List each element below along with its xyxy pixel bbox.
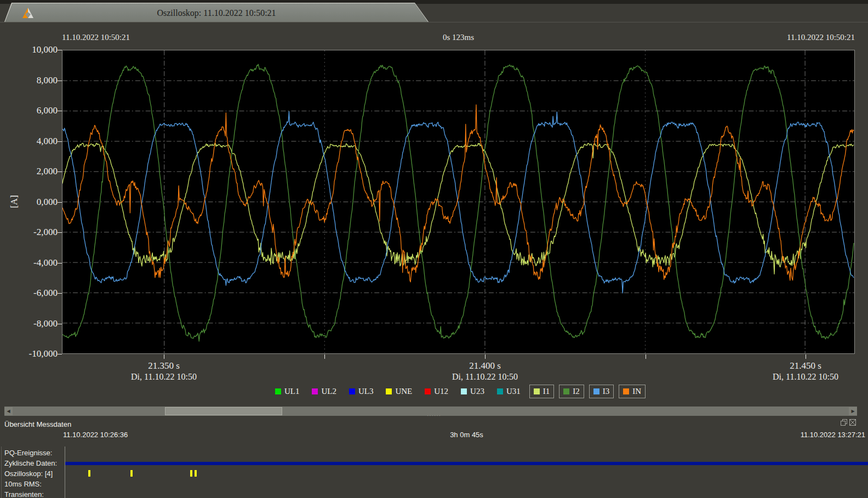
y-tick-label: -2,000 — [0, 227, 58, 238]
legend-item-IN[interactable]: IN — [619, 385, 646, 398]
overview-row-labels: PQ-Ereignisse:Zyklische Daten:Oszillosko… — [4, 448, 64, 498]
y-tick-label: -8,000 — [0, 318, 58, 329]
overview-row-label: Zyklische Daten: — [4, 458, 64, 468]
y-tick-mark — [58, 324, 62, 324]
restore-pane-icon[interactable] — [841, 419, 847, 426]
y-tick-mark — [58, 171, 62, 172]
legend-label: UNE — [395, 387, 412, 396]
x-tick-mark — [646, 354, 646, 359]
oscilloscope-tab[interactable]: Oszilloskop: 11.10.2022 10:50:21 — [4, 3, 429, 22]
oscilloscope-app-window: Oszilloskop: 11.10.2022 10:50:21 11.10.2… — [0, 0, 868, 498]
legend-item-U12[interactable]: U12 — [421, 385, 452, 398]
legend-item-UNE[interactable]: UNE — [382, 385, 416, 398]
y-tick-mark — [58, 293, 62, 294]
oscillogram-marker[interactable] — [190, 470, 192, 477]
legend-swatch-UNE — [386, 388, 392, 394]
chart-end-timestamp: 11.10.2022 10:50:21 — [690, 32, 855, 42]
x-tick-label: 21.350 sDi, 11.10.22 10:50 — [87, 360, 241, 382]
y-tick-mark — [58, 50, 62, 50]
close-pane-icon[interactable] — [849, 419, 856, 426]
y-tick-label: -6,000 — [0, 288, 58, 299]
x-tick-mark — [485, 354, 486, 359]
legend-item-I1[interactable]: I1 — [529, 385, 555, 398]
x-tick-label: 21.400 sDi, 11.10.22 10:50 — [408, 360, 562, 382]
y-tick-label: 2,000 — [0, 166, 58, 177]
x-tick-mark — [806, 354, 806, 359]
overview-row-label: Oszilloskop: [4] — [4, 468, 64, 479]
y-tick-label: 8,000 — [0, 75, 58, 86]
oscillogram-marker[interactable] — [195, 470, 197, 477]
legend-swatch-I1 — [534, 388, 540, 394]
cyclic-data-timeline-bar[interactable] — [65, 462, 868, 465]
overview-row-label: Transienten: — [4, 489, 64, 498]
y-tick-mark — [58, 81, 62, 81]
legend-label: UL3 — [358, 387, 374, 396]
legend-item-I3[interactable]: I3 — [589, 385, 614, 398]
legend-swatch-UL1 — [275, 388, 281, 394]
overview-row-label: PQ-Ereignisse: — [4, 448, 64, 458]
legend-label: I3 — [603, 387, 610, 396]
y-tick-mark — [58, 232, 62, 233]
y-tick-label: 6,000 — [0, 105, 58, 116]
y-tick-label: 10,000 — [0, 44, 58, 55]
scrollbar-thumb[interactable] — [165, 407, 282, 415]
x-tick-label: 21.450 sDi, 11.10.22 10:50 — [729, 360, 868, 382]
tabbar-bottom-line — [0, 22, 868, 22]
legend-label: IN — [632, 387, 641, 396]
overview-end-timestamp: 11.10.2022 13:27:21 — [646, 431, 865, 439]
tab-title: Oszilloskop: 11.10.2022 10:50:21 — [5, 3, 428, 22]
y-tick-mark — [58, 141, 62, 142]
legend-label: I2 — [573, 387, 580, 396]
waveform-plot-area[interactable] — [62, 50, 855, 354]
legend-swatch-UL3 — [349, 388, 355, 394]
y-tick-label: -10,000 — [0, 348, 58, 359]
legend-label: U12 — [434, 387, 448, 396]
x-tick-mark — [324, 354, 325, 359]
pane-splitter-handle[interactable]: ······ — [412, 413, 456, 419]
waveform-I3 — [62, 111, 854, 293]
legend-swatch-U31 — [497, 388, 503, 394]
y-axis-unit-label: [A] — [9, 191, 22, 213]
legend-label: U31 — [506, 387, 521, 396]
oscillogram-marker[interactable] — [88, 470, 90, 477]
channel-legend: UL1UL2UL3UNEU12U23U31I1I2I3IN — [62, 383, 855, 399]
legend-item-I2[interactable]: I2 — [559, 385, 584, 398]
overview-row-label: 10ms RMS: — [4, 479, 64, 489]
y-tick-mark — [58, 354, 62, 354]
legend-item-UL1[interactable]: UL1 — [271, 385, 304, 398]
scroll-right-button[interactable]: ▶ — [849, 407, 857, 415]
legend-swatch-U12 — [425, 388, 431, 394]
legend-item-U31[interactable]: U31 — [493, 385, 524, 398]
legend-swatch-I3 — [593, 388, 599, 394]
legend-swatch-U23 — [461, 388, 467, 394]
legend-label: I1 — [543, 387, 550, 396]
legend-label: U23 — [470, 387, 484, 396]
scroll-left-button[interactable]: ◀ — [4, 407, 13, 415]
y-tick-mark — [58, 111, 62, 111]
waveform-IN — [62, 105, 854, 282]
oscilloscope-tab-face: Oszilloskop: 11.10.2022 10:50:21 — [5, 3, 428, 22]
x-tick-mark — [164, 354, 164, 359]
overview-label-divider — [65, 447, 65, 498]
overview-title: Übersicht Messdaten — [4, 420, 71, 428]
legend-item-UL3[interactable]: UL3 — [345, 385, 378, 398]
legend-swatch-IN — [623, 388, 629, 394]
legend-item-UL2[interactable]: UL2 — [308, 385, 340, 398]
overview-left-border — [1, 447, 2, 498]
y-tick-mark — [58, 263, 62, 264]
legend-item-U23[interactable]: U23 — [457, 385, 488, 398]
legend-swatch-UL2 — [312, 388, 318, 394]
waveform-canvas[interactable] — [62, 50, 854, 353]
y-tick-label: -4,000 — [0, 257, 58, 268]
waveform-I1 — [62, 143, 854, 274]
legend-label: UL1 — [284, 387, 300, 396]
overview-pane-controls — [841, 419, 858, 426]
legend-swatch-I2 — [563, 388, 569, 394]
y-tick-label: 4,000 — [0, 136, 58, 147]
legend-label: UL2 — [321, 387, 336, 396]
oscillogram-marker[interactable] — [130, 470, 133, 477]
y-tick-mark — [58, 202, 62, 203]
